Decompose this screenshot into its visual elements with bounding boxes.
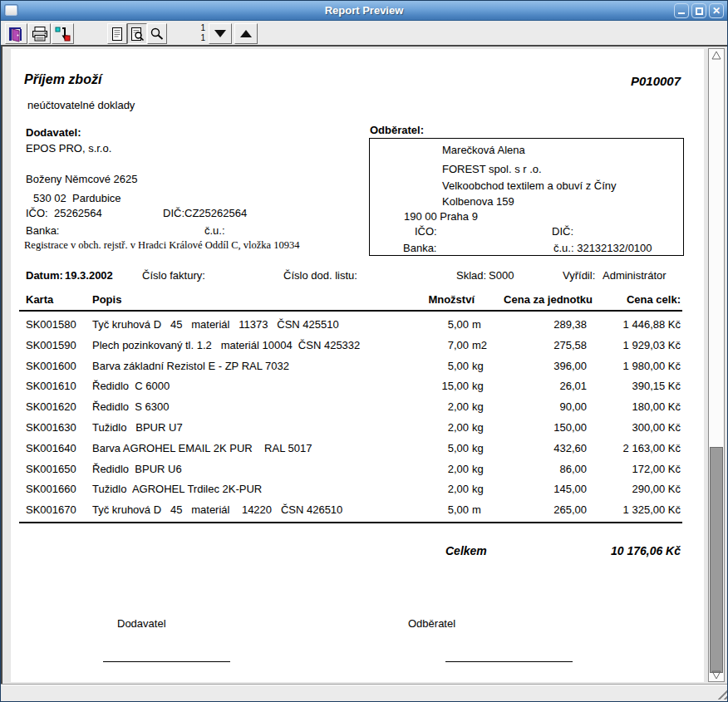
cell-total-price: 1 980,00 Kč	[569, 356, 681, 377]
document-page: Příjem zboží P010007 neúčtovatelné dokla…	[11, 49, 704, 682]
close-button[interactable]: ✕	[709, 3, 724, 18]
resize-grip-icon[interactable]	[715, 687, 727, 700]
zoom-button[interactable]	[147, 23, 167, 44]
table-row: SK001580 Tyč kruhová D 45 materiál 11373…	[11, 315, 704, 336]
cell-quantity: 15,00	[360, 376, 469, 397]
cell-quantity: 5,00	[360, 356, 469, 377]
table-row: SK001660 Tužidlo AGROHEL Trdilec 2K-PUR …	[11, 479, 704, 500]
cell-karta: SK001650	[26, 459, 76, 480]
cell-popis: Barva základní Rezistol E - ZP RAL 7032	[92, 356, 289, 377]
printer-setup-button[interactable]	[52, 23, 74, 44]
scrollbar-thumb[interactable]	[710, 447, 723, 673]
arrow-up-icon	[240, 30, 252, 37]
col-karta: Karta	[26, 293, 53, 306]
cell-karta: SK001660	[26, 479, 76, 500]
signature-supplier-label: Dodavatel	[117, 617, 166, 630]
customer-ico-label: IČO:	[415, 225, 437, 238]
cell-karta: SK001670	[26, 500, 76, 521]
col-mnozstvi: Množství	[360, 293, 475, 306]
printer-icon	[31, 26, 49, 42]
customer-dic-label: DIČ:	[552, 225, 573, 238]
titlebar: Report Preview ✕	[1, 1, 727, 21]
page-icon	[111, 27, 124, 42]
printer-setup-icon	[54, 26, 71, 42]
table-row: SK001630 Tužidlo BPUR U7 2,00 kg 150,00 …	[11, 418, 704, 439]
page-indicator: 1 1	[189, 23, 205, 44]
supplier-ico: IČO: 25262564	[26, 207, 102, 219]
cell-quantity: 2,00	[360, 397, 469, 418]
customer-street: Kolbenova 159	[442, 195, 514, 208]
cell-quantity: 5,00	[360, 439, 469, 459]
vertical-scrollbar[interactable]	[708, 48, 725, 682]
prev-page-button[interactable]	[234, 23, 258, 44]
supplier-registration: Registrace v obch. rejstř. v Hradci Král…	[24, 239, 300, 252]
document-subtitle: neúčtovatelné doklady	[27, 99, 135, 111]
cell-total-price: 1 325,00 Kč	[569, 500, 681, 521]
cell-karta: SK001600	[26, 356, 76, 377]
supplier-dic: DIČ:CZ25262564	[163, 207, 247, 219]
delivery-note-label: Číslo dod. listu:	[283, 269, 357, 282]
scroll-down-icon[interactable]	[711, 670, 721, 680]
exit-door-icon	[7, 26, 25, 42]
cell-quantity: 7,00	[360, 336, 469, 356]
customer-description: Velkoobchod textilem a obuví z Číny	[442, 179, 617, 192]
scroll-up-icon[interactable]	[711, 51, 721, 60]
cell-unit: kg	[472, 397, 484, 418]
arrow-down-icon	[214, 30, 226, 37]
supplier-city: 530 02 Pardubice	[33, 192, 121, 204]
cell-karta: SK001580	[26, 315, 76, 336]
view-full-page-button[interactable]	[107, 23, 127, 44]
close-icon: ✕	[710, 4, 723, 17]
signature-customer-label: Odběratel	[408, 617, 455, 630]
print-button[interactable]	[28, 23, 51, 44]
warehouse-value: S000	[489, 269, 514, 282]
cell-total-price: 1 446,88 Kč	[569, 315, 681, 336]
maximize-icon	[696, 7, 703, 15]
cell-quantity: 5,00	[360, 500, 469, 521]
minimize-icon	[678, 12, 685, 14]
signature-customer-line	[445, 661, 573, 662]
table-row: SK001670 Tyč kruhová D 45 materiál 14220…	[11, 500, 704, 521]
cell-karta: SK001610	[26, 376, 76, 397]
supplier-street: Boženy Němcové 2625	[26, 173, 137, 185]
customer-name: FOREST spol. s r .o.	[442, 163, 542, 175]
cell-quantity: 2,00	[360, 479, 469, 500]
customer-box: Marečková Alena FOREST spol. s r .o. Vel…	[369, 138, 684, 256]
minimize-button[interactable]	[674, 3, 689, 18]
customer-bank-label: Banka:	[403, 242, 436, 254]
next-page-button[interactable]	[209, 23, 232, 44]
document-title: Příjem zboží	[24, 72, 101, 87]
supplier-name: EPOS PRO, s.r.o.	[26, 142, 111, 155]
cell-karta: SK001630	[26, 418, 76, 439]
cell-karta: SK001590	[26, 336, 76, 356]
window-title: Report Preview	[1, 4, 727, 17]
view-page-width-button[interactable]	[127, 23, 147, 44]
items-rows: SK001580 Tyč kruhová D 45 materiál 11373…	[11, 315, 704, 521]
cell-popis: Barva AGROHEL EMAIL 2K PUR RAL 5017	[92, 439, 312, 459]
cell-quantity: 5,00	[360, 315, 469, 336]
supplier-label: Dodavatel:	[26, 126, 81, 139]
cell-unit: m	[472, 500, 481, 521]
cell-unit: kg	[472, 356, 484, 377]
table-row: SK001600 Barva základní Rezistol E - ZP …	[11, 356, 704, 377]
supplier-bank-label: Banka:	[26, 224, 59, 237]
cell-total-price: 390,15 Kč	[569, 376, 681, 397]
cell-quantity: 2,00	[360, 418, 469, 439]
toolbar: 1 1	[1, 22, 727, 45]
col-popis: Popis	[92, 293, 121, 306]
table-row: SK001610 Ředidlo C 6000 15,00 kg 26,01 3…	[11, 376, 704, 397]
maximize-button[interactable]	[691, 3, 706, 18]
exit-button[interactable]	[5, 23, 27, 44]
page-total: 1	[189, 33, 205, 43]
cell-total-price: 290,00 Kč	[569, 479, 681, 500]
cell-unit: kg	[472, 439, 484, 459]
cell-total-price: 300,00 Kč	[569, 418, 681, 439]
cell-popis: Tyč kruhová D 45 materiál 11373 ČSN 4255…	[92, 315, 339, 336]
table-row: SK001620 Ředidlo S 6300 2,00 kg 90,00 18…	[11, 397, 704, 418]
document-number: P010007	[631, 74, 681, 88]
customer-account: č.u.: 32132132/0100	[553, 242, 652, 254]
cell-karta: SK001620	[26, 397, 76, 418]
handled-by-label: Vyřídil:	[563, 269, 595, 282]
cell-unit: kg	[472, 459, 484, 480]
magnifier-icon	[150, 27, 165, 42]
